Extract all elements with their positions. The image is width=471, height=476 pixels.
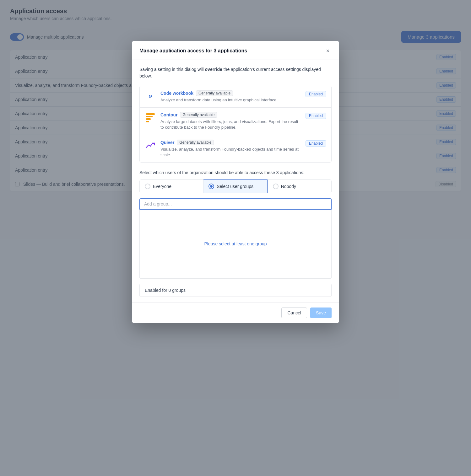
radio-group: Everyone Select user groups Nobody (139, 179, 332, 193)
radio-option-everyone[interactable]: Everyone (139, 179, 203, 193)
app-status: Enabled (306, 91, 326, 97)
app-status: Enabled (306, 140, 326, 147)
contour-icon (145, 112, 156, 123)
group-list-area: Please select at least one group (139, 210, 332, 279)
app-name: Code workbook (160, 91, 193, 96)
modal-dialog: Manage application access for 3 applicat… (132, 41, 339, 323)
app-details: Contour Generally available Analyze larg… (160, 112, 301, 130)
quiver-icon (145, 140, 156, 151)
save-button[interactable]: Save (310, 308, 332, 318)
app-item-contour: Contour Generally available Analyze larg… (140, 108, 331, 135)
app-tag: Generally available (196, 90, 233, 96)
modal-header: Manage application access for 3 applicat… (132, 41, 339, 60)
app-desc: Visualize, analyze, and transform Foundr… (160, 147, 301, 158)
app-item-quiver: Quiver Generally available Visualize, an… (140, 135, 331, 162)
radio-circle-nobody (273, 184, 279, 189)
modal-title: Manage application access for 3 applicat… (139, 48, 247, 54)
modal-info-text: Saving a setting in this dialog will ove… (139, 66, 332, 79)
modal-body: Saving a setting in this dialog will ove… (132, 60, 339, 302)
app-item-code-workbook: » Code workbook Generally available Anal… (140, 86, 331, 108)
app-details: Quiver Generally available Visualize, an… (160, 140, 301, 158)
code-workbook-icon: » (145, 90, 156, 102)
radio-label-everyone: Everyone (153, 184, 171, 189)
radio-circle-select-groups (208, 184, 214, 189)
radio-label-select-groups: Select user groups (217, 184, 253, 189)
app-name: Quiver (160, 140, 174, 145)
empty-group-message: Please select at least one group (204, 241, 267, 246)
modal-footer: Cancel Save (132, 302, 339, 323)
app-tag: Generally available (180, 112, 217, 118)
app-tag: Generally available (177, 140, 214, 145)
enabled-groups-footer: Enabled for 0 groups (139, 284, 332, 297)
modal-overlay: Manage application access for 3 applicat… (0, 0, 471, 476)
app-desc: Analyze large datasets with filters, joi… (160, 119, 301, 130)
radio-label-nobody: Nobody (281, 184, 296, 189)
app-details: Code workbook Generally available Analyz… (160, 90, 301, 103)
app-desc: Analyze and transform data using an intu… (160, 97, 301, 103)
radio-circle-everyone (145, 184, 150, 189)
select-users-label: Select which users of the organization s… (139, 170, 332, 175)
cancel-button[interactable]: Cancel (281, 308, 307, 318)
radio-option-select-groups[interactable]: Select user groups (203, 179, 267, 193)
radio-option-nobody[interactable]: Nobody (268, 179, 332, 193)
app-list: » Code workbook Generally available Anal… (139, 86, 332, 163)
add-group-input[interactable] (139, 198, 332, 210)
close-button[interactable]: × (324, 47, 332, 55)
app-status: Enabled (306, 113, 326, 119)
app-name: Contour (160, 112, 177, 117)
